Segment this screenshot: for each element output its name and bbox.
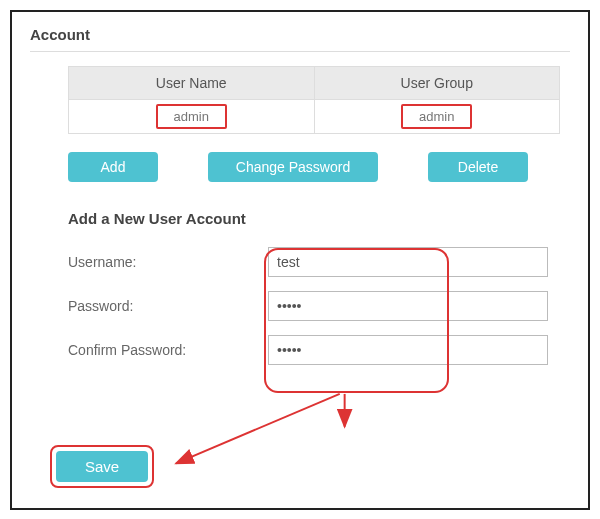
password-label: Password: (68, 298, 268, 314)
row-confirm-password: Confirm Password: (68, 335, 560, 365)
cell-usergroup: admin (314, 100, 560, 134)
cell-username: admin (69, 100, 315, 134)
col-username-header: User Name (69, 67, 315, 100)
add-button[interactable]: Add (68, 152, 158, 182)
divider (30, 51, 570, 52)
page-title: Account (30, 26, 570, 43)
highlight-usergroup: admin (401, 104, 472, 129)
content-area: User Name User Group admin admin Add Cha… (30, 66, 570, 365)
delete-button[interactable]: Delete (428, 152, 528, 182)
change-password-button[interactable]: Change Password (208, 152, 378, 182)
confirm-password-input[interactable] (268, 335, 548, 365)
table-row[interactable]: admin admin (69, 100, 560, 134)
save-area: Save (50, 445, 154, 488)
svg-line-1 (176, 394, 340, 463)
form-title: Add a New User Account (68, 210, 560, 227)
save-highlight: Save (50, 445, 154, 488)
row-username: Username: (68, 247, 560, 277)
save-button[interactable]: Save (56, 451, 148, 482)
username-label: Username: (68, 254, 268, 270)
account-panel: Account User Name User Group admin admin (10, 10, 590, 510)
highlight-username: admin (156, 104, 227, 129)
confirm-password-label: Confirm Password: (68, 342, 268, 358)
row-password: Password: (68, 291, 560, 321)
user-table: User Name User Group admin admin (68, 66, 560, 134)
password-input[interactable] (268, 291, 548, 321)
button-row: Add Change Password Delete (68, 152, 560, 182)
col-usergroup-header: User Group (314, 67, 560, 100)
username-input[interactable] (268, 247, 548, 277)
